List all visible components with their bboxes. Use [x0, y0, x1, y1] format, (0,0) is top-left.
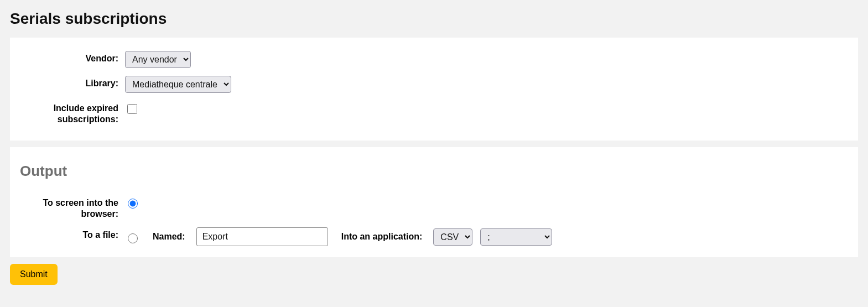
named-label: Named:: [147, 232, 189, 242]
output-section-title: Output: [20, 160, 848, 180]
format-select[interactable]: CSV: [433, 228, 472, 246]
output-screen-radio[interactable]: [128, 199, 138, 209]
separator-select[interactable]: ;: [480, 228, 552, 246]
export-filename-input[interactable]: [196, 227, 328, 246]
include-expired-checkbox[interactable]: [127, 104, 137, 114]
filters-panel: Vendor: Any vendor Library: Mediatheque …: [10, 38, 858, 141]
output-panel: Output To screen into the browser: To a …: [10, 147, 858, 257]
include-expired-label: Include expired subscriptions:: [20, 101, 125, 125]
output-file-label: To a file:: [20, 227, 125, 241]
vendor-select[interactable]: Any vendor: [125, 51, 191, 68]
output-screen-label: To screen into the browser:: [20, 195, 125, 220]
library-select[interactable]: Mediatheque centrale: [125, 76, 231, 93]
vendor-label: Vendor:: [20, 51, 125, 64]
library-label: Library:: [20, 76, 125, 89]
submit-button[interactable]: Submit: [10, 264, 58, 285]
output-file-radio[interactable]: [128, 233, 138, 243]
into-application-label: Into an application:: [336, 232, 426, 242]
page-title: Serials subscriptions: [10, 10, 858, 28]
